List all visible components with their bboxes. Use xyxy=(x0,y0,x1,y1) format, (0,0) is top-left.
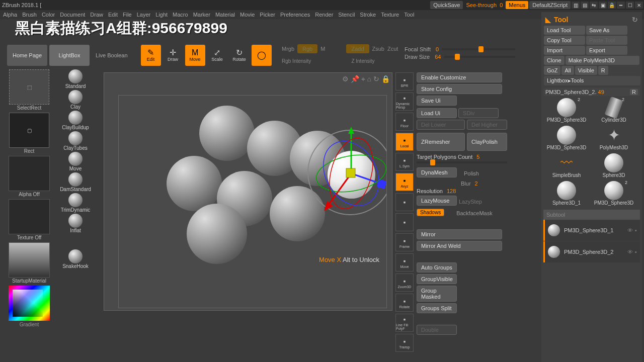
seethrough-label[interactable]: See-through 0 xyxy=(466,2,503,8)
gradient-label[interactable]: Gradient xyxy=(20,322,39,327)
menu-edit[interactable]: Edit xyxy=(108,12,118,18)
menu-marker[interactable]: Marker xyxy=(193,12,210,18)
minimize-icon[interactable]: ━ xyxy=(617,2,625,9)
del-higher-button[interactable]: Del Higher xyxy=(467,120,507,130)
side-local[interactable]: ▪Local xyxy=(395,133,414,151)
side-l.sym[interactable]: ▪L.Sym xyxy=(395,153,414,171)
draw-size-slider[interactable] xyxy=(444,56,515,58)
clone-button[interactable]: Clone xyxy=(544,56,565,65)
brush-claybuildup[interactable]: ClayBuildup xyxy=(54,111,97,130)
menu-alpha[interactable]: Alpha xyxy=(3,12,17,18)
m-button[interactable]: M xyxy=(320,46,325,52)
menu-render[interactable]: Render xyxy=(315,12,333,18)
tool-pm3d_sphere3d[interactable]: 2PM3D_Sphere3D xyxy=(591,180,637,207)
side-btn[interactable]: ▪ xyxy=(395,193,414,211)
side-rotate[interactable]: ▪Rotate xyxy=(395,294,414,312)
menu-material[interactable]: Material xyxy=(215,12,235,18)
lightbox-button[interactable]: LightBox xyxy=(49,45,90,66)
location-icon[interactable]: ⌖ xyxy=(361,75,365,83)
mrgb-button[interactable]: Mrgb xyxy=(282,46,294,52)
del-lower-button[interactable]: Del Lower xyxy=(417,120,465,130)
menu-color[interactable]: Color xyxy=(42,12,55,18)
brush-snakehook[interactable]: SnakeHook xyxy=(54,249,97,269)
rotate-mode-button[interactable]: ↻Rotate xyxy=(229,45,250,66)
home-icon[interactable]: ⌂ xyxy=(367,75,371,83)
pin-icon[interactable]: 📌 xyxy=(351,75,359,83)
make-polymesh-button[interactable]: Make PolyMesh3D xyxy=(566,56,639,65)
menu-macro[interactable]: Macro xyxy=(173,12,188,18)
paint-icon[interactable]: ▪ xyxy=(635,249,637,255)
menu-brush[interactable]: Brush xyxy=(22,12,37,18)
lightbox-tools-button[interactable]: Lightbox▸Tools xyxy=(544,76,640,85)
side-floor[interactable]: ▪Floor xyxy=(395,113,414,131)
zsub-button[interactable]: Zsub xyxy=(372,46,384,52)
menu-preferences[interactable]: Preferences xyxy=(280,12,310,18)
paste-tool-button[interactable]: Paste Tool xyxy=(586,36,627,45)
save-ui-button[interactable]: Save Ui xyxy=(417,96,457,106)
gizmo-mode-button[interactable]: ◯ xyxy=(252,45,272,66)
claypolish-button[interactable]: ClayPolish xyxy=(467,133,507,151)
color-picker[interactable] xyxy=(9,286,50,321)
menu-picker[interactable]: Picker xyxy=(260,12,275,18)
group-visible-button[interactable]: GroupVisible xyxy=(417,274,457,284)
subtool-pm3d_sphere3d_1[interactable]: PM3D_Sphere3D_1👁▪ xyxy=(543,220,640,241)
dock-icon[interactable]: ▣ xyxy=(599,2,607,9)
auto-groups-button[interactable]: Auto Groups xyxy=(417,262,457,273)
brush-trimdynamic[interactable]: TrimDynamic xyxy=(54,193,97,213)
default-zscript-button[interactable]: DefaultZScript xyxy=(529,1,571,9)
import-button[interactable]: Import xyxy=(544,46,585,55)
menu-light[interactable]: Light xyxy=(155,12,168,18)
canvas[interactable]: Move X Alt to Unlock xyxy=(118,95,387,308)
gizmo-axes[interactable] xyxy=(305,126,387,221)
save-as-button[interactable]: Save As xyxy=(586,26,627,35)
load-tool-button[interactable]: Load Tool xyxy=(544,26,585,35)
goz-r-button[interactable]: R xyxy=(598,66,608,75)
dynamesh-button[interactable]: DynaMesh xyxy=(417,167,457,177)
quicksave-button[interactable]: QuickSave xyxy=(430,1,463,9)
tool-cylinder3d[interactable]: 2Cylinder3D xyxy=(591,97,637,124)
side-frame[interactable]: ▪Frame xyxy=(395,233,414,251)
brush-inflat[interactable]: Inflat xyxy=(54,214,97,233)
mirror-weld-button[interactable]: Mirror And Weld xyxy=(417,241,502,251)
menu-document[interactable]: Document xyxy=(60,12,85,18)
group-masked-button[interactable]: Group Masked xyxy=(417,286,457,302)
side-line-fill-polyf[interactable]: ▪Line Fill PolyF xyxy=(395,314,414,332)
visibility-icon[interactable]: 👁 xyxy=(627,227,633,233)
menu-file[interactable]: File xyxy=(123,12,132,18)
tool-simplebrush[interactable]: 〰SimpleBrush xyxy=(543,152,590,179)
live-boolean-button[interactable]: Live Boolean xyxy=(92,50,132,60)
edit-mode-button[interactable]: ✎Edit xyxy=(141,45,161,66)
backfacemask-button[interactable]: BackfaceMask xyxy=(456,210,493,216)
menu-layer[interactable]: Layer xyxy=(137,12,151,18)
target-polygons-slider[interactable] xyxy=(417,161,507,163)
side-dynamic-persp[interactable]: ▪Dynamic Persp xyxy=(395,93,414,111)
zcut-button[interactable]: Zcut xyxy=(387,46,398,52)
menu-stroke[interactable]: Stroke xyxy=(360,12,376,18)
side-btn[interactable]: ▪ xyxy=(395,213,414,231)
side-axyz[interactable]: ▪Axyz xyxy=(395,173,414,191)
tool-pm3d_sphere3d[interactable]: PM3D_Sphere3D xyxy=(543,125,590,151)
close-icon[interactable]: ✕ xyxy=(635,2,643,9)
gear-icon[interactable]: ⚙ xyxy=(342,75,349,83)
shadows-button[interactable]: Shadows xyxy=(417,209,444,216)
brush-empty[interactable] xyxy=(54,234,97,248)
lock-icon[interactable]: 🔒 xyxy=(381,75,390,83)
goz-visible-button[interactable]: Visible xyxy=(575,66,597,75)
brush-move[interactable]: Move xyxy=(54,152,97,171)
brush-clay[interactable]: Clay xyxy=(54,90,97,110)
alpha-thumb[interactable] xyxy=(9,156,50,191)
side-bpr[interactable]: ▪BPR xyxy=(395,72,414,90)
menus-button[interactable]: Menus xyxy=(506,1,528,9)
tool-sphere3d[interactable]: Sphere3D xyxy=(591,152,637,179)
maximize-icon[interactable]: ☐ xyxy=(626,2,634,9)
scale-mode-button[interactable]: ⤢Scale xyxy=(207,45,227,66)
subtool-header[interactable]: Subtool xyxy=(543,210,640,220)
menu-tool[interactable]: Tool xyxy=(404,12,414,18)
collapse-icon[interactable]: ◣ xyxy=(545,16,551,24)
layout-icon[interactable]: ▥ xyxy=(572,2,580,9)
zremesher-button[interactable]: ZRemesher xyxy=(417,133,465,151)
tool-sphere3d_1[interactable]: Sphere3D_1 xyxy=(543,180,590,207)
lazymouse-button[interactable]: LazyMouse xyxy=(417,196,457,206)
brush-standard[interactable]: Standard xyxy=(54,69,97,89)
menu-draw[interactable]: Draw xyxy=(90,12,103,18)
